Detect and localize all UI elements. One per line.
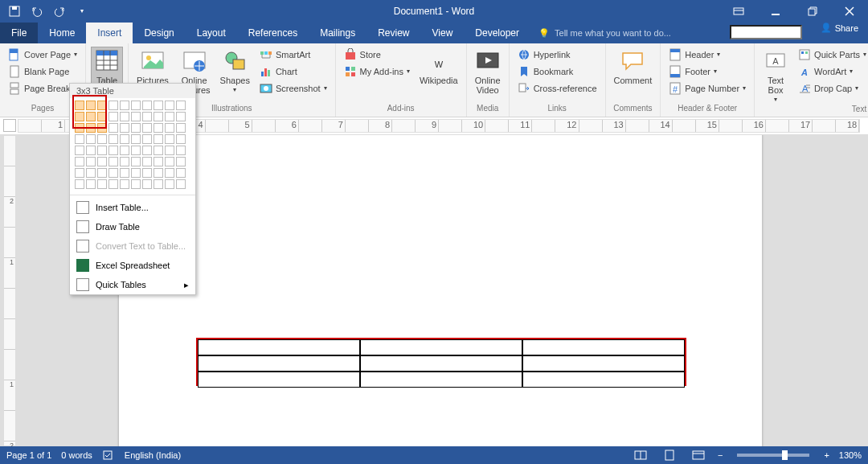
excel-spreadsheet-menu-item[interactable]: Excel Spreadsheet [70,256,195,275]
grid-cell[interactable] [142,112,152,121]
read-mode-icon[interactable] [631,446,650,464]
chart-button[interactable]: Chart [256,64,330,80]
qat-customize-icon[interactable]: ▾ [71,0,93,23]
grid-cell[interactable] [108,101,118,110]
grid-cell[interactable] [165,168,174,178]
tab-home[interactable]: Home [38,23,86,43]
grid-cell[interactable] [131,123,141,133]
share-button[interactable]: 👤Share [816,23,863,33]
grid-cell[interactable] [86,112,96,121]
grid-cell[interactable] [75,146,84,155]
wordart-button[interactable]: AWordArt▾ [795,64,868,80]
close-icon[interactable] [831,0,868,23]
grid-cell[interactable] [86,123,96,133]
grid-cell[interactable] [120,123,129,133]
grid-cell[interactable] [86,168,96,178]
grid-cell[interactable] [75,168,84,178]
cross-reference-button[interactable]: Cross-reference [514,80,600,96]
grid-cell[interactable] [142,179,152,189]
page-number-button[interactable]: #Page Number▾ [665,80,749,96]
grid-cell[interactable] [97,179,107,189]
grid-cell[interactable] [154,123,163,133]
language-status[interactable]: English (India) [125,450,181,460]
grid-cell[interactable] [142,157,152,166]
grid-cell[interactable] [131,179,141,189]
grid-cell[interactable] [176,112,186,121]
grid-cell[interactable] [142,101,152,110]
tab-mailings[interactable]: Mailings [309,23,366,43]
redo-icon[interactable] [48,0,71,23]
footer-button[interactable]: Footer▾ [665,64,749,80]
tab-view[interactable]: View [421,23,465,43]
grid-cell[interactable] [108,123,118,133]
tab-references[interactable]: References [237,23,309,43]
grid-cell[interactable] [108,112,118,121]
grid-cell[interactable] [165,179,174,189]
grid-cell[interactable] [97,168,107,178]
grid-cell[interactable] [75,101,84,110]
grid-cell[interactable] [75,112,84,121]
screenshot-button[interactable]: Screenshot▾ [256,80,330,96]
grid-cell[interactable] [176,157,186,166]
grid-cell[interactable] [142,123,152,133]
word-count[interactable]: 0 words [61,450,92,460]
grid-cell[interactable] [97,101,107,110]
grid-cell[interactable] [120,157,129,166]
grid-cell[interactable] [108,146,118,155]
blank-page-button[interactable]: Blank Page [5,64,80,80]
zoom-level[interactable]: 130% [839,450,862,460]
grid-cell[interactable] [165,112,174,121]
grid-cell[interactable] [120,134,129,144]
grid-cell[interactable] [97,134,107,144]
wikipedia-button[interactable]: WWikipedia [416,47,461,87]
grid-cell[interactable] [176,123,186,133]
vertical-ruler[interactable]: 21123456 [3,135,16,446]
grid-cell[interactable] [97,123,107,133]
grid-cell[interactable] [165,134,174,144]
hyperlink-button[interactable]: Hyperlink [514,47,600,63]
grid-cell[interactable] [176,134,186,144]
grid-cell[interactable] [75,134,84,144]
grid-cell[interactable] [131,101,141,110]
grid-cell[interactable] [86,146,96,155]
draw-table-menu-item[interactable]: Draw Table [70,217,195,236]
grid-cell[interactable] [142,168,152,178]
grid-cell[interactable] [86,157,96,166]
store-button[interactable]: Store [341,47,413,63]
text-box-button[interactable]: AText Box▾ [760,47,792,105]
tab-developer[interactable]: Developer [464,23,530,43]
grid-cell[interactable] [154,112,163,121]
grid-cell[interactable] [75,123,84,133]
tell-me-search[interactable]: 💡Tell me what you want to do... [530,23,679,43]
shapes-button[interactable]: Shapes▾ [217,47,253,95]
undo-icon[interactable] [26,0,48,23]
grid-cell[interactable] [142,134,152,144]
grid-cell[interactable] [97,112,107,121]
grid-cell[interactable] [97,146,107,155]
drop-cap-button[interactable]: ADrop Cap▾ [795,80,868,96]
tab-design[interactable]: Design [133,23,185,43]
grid-cell[interactable] [165,101,174,110]
grid-cell[interactable] [131,168,141,178]
bookmark-button[interactable]: Bookmark [514,64,600,80]
grid-cell[interactable] [120,101,129,110]
search-input[interactable] [730,25,802,39]
grid-cell[interactable] [176,179,186,189]
smartart-button[interactable]: SmartArt [256,47,330,63]
grid-cell[interactable] [120,112,129,121]
grid-cell[interactable] [120,179,129,189]
grid-cell[interactable] [75,157,84,166]
minimize-icon[interactable] [757,0,794,23]
grid-cell[interactable] [108,168,118,178]
grid-cell[interactable] [120,168,129,178]
grid-cell[interactable] [108,157,118,166]
grid-cell[interactable] [75,179,84,189]
grid-cell[interactable] [86,101,96,110]
ribbon-display-icon[interactable] [720,0,757,23]
cover-page-button[interactable]: Cover Page▾ [5,47,80,63]
grid-cell[interactable] [142,146,152,155]
grid-cell[interactable] [154,168,163,178]
header-button[interactable]: Header▾ [665,47,749,63]
grid-cell[interactable] [86,179,96,189]
table-size-grid[interactable] [70,98,195,192]
